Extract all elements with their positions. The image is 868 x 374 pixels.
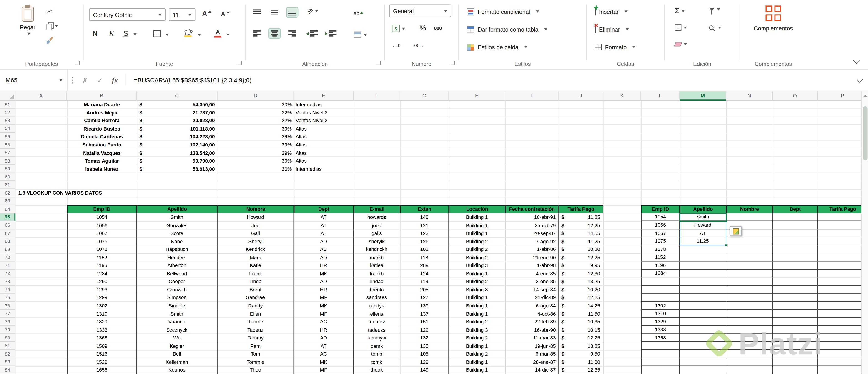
cell-L74[interactable]: [641, 286, 680, 294]
cell-D81[interactable]: Pam: [218, 342, 294, 350]
fill-handle[interactable]: [724, 244, 727, 247]
increase-indent-button[interactable]: [323, 29, 338, 38]
cell-C67[interactable]: Scote: [136, 229, 217, 237]
cell-J84[interactable]: $12,35: [559, 366, 603, 374]
cell-B57[interactable]: Natalia Vazquez: [67, 149, 137, 157]
cell-C53[interactable]: $20.028,00: [136, 117, 217, 125]
cell-D83[interactable]: Tommie: [218, 358, 294, 366]
cell-M77[interactable]: [680, 310, 726, 318]
row-header-71[interactable]: 71: [0, 262, 16, 270]
cell-I68[interactable]: 7-ago-92: [505, 237, 559, 245]
cell-E54[interactable]: Altas: [294, 125, 354, 133]
cell-D76[interactable]: Randy: [218, 302, 294, 310]
cell-G73[interactable]: 113: [400, 278, 449, 286]
row-header-55[interactable]: 55: [0, 133, 16, 141]
cell-I74[interactable]: 14-sep-84: [505, 286, 559, 294]
cell-M75[interactable]: [680, 294, 726, 302]
cell-F69[interactable]: kendrickh: [354, 245, 400, 253]
cell-J76[interactable]: $14,25: [559, 302, 603, 310]
cell-E79[interactable]: HR: [294, 326, 354, 334]
cell-H69[interactable]: Building 2: [449, 245, 505, 253]
cell-J70[interactable]: $12,25: [559, 253, 603, 261]
cell-E75[interactable]: MF: [294, 294, 354, 302]
cell-G68[interactable]: 126: [400, 237, 449, 245]
font-color-button[interactable]: A: [214, 29, 221, 38]
cell-F76[interactable]: randys: [354, 302, 400, 310]
cell-I76[interactable]: 6-ago-84: [505, 302, 559, 310]
cell-G64[interactable]: Exten: [400, 205, 449, 213]
cell-P69[interactable]: [817, 245, 868, 253]
cell-E67[interactable]: AT: [294, 229, 354, 237]
row-header-75[interactable]: 75: [0, 294, 16, 302]
cell-C54[interactable]: $101.118,00: [136, 125, 217, 133]
col-header-L[interactable]: L: [641, 91, 680, 101]
cell-J83[interactable]: $11,30: [559, 358, 603, 366]
cell-O66[interactable]: [773, 222, 817, 229]
cell-L73[interactable]: [641, 278, 680, 286]
cell-E57[interactable]: Altas: [294, 149, 354, 157]
cell-O71[interactable]: [773, 262, 817, 270]
clear-button[interactable]: [675, 42, 687, 46]
number-format-select[interactable]: General: [389, 4, 451, 17]
increase-font-button[interactable]: A: [202, 9, 212, 18]
comma-style-button[interactable]: 000: [432, 24, 443, 33]
cell-P82[interactable]: [817, 350, 868, 358]
row-header-69[interactable]: 69: [0, 245, 16, 253]
cell-I70[interactable]: 21-ene-90: [505, 253, 559, 261]
cell-O77[interactable]: [773, 310, 817, 318]
cell-H64[interactable]: Locación: [449, 205, 505, 213]
cell-O80[interactable]: [773, 334, 817, 342]
font-name-select[interactable]: Century Gothic: [89, 8, 165, 21]
decrease-font-button[interactable]: A: [221, 10, 230, 17]
row-header-52[interactable]: 52: [0, 109, 16, 117]
cell-C83[interactable]: Kellerman: [136, 358, 217, 366]
align-top-button[interactable]: [251, 8, 262, 17]
cell-E82[interactable]: AC: [294, 350, 354, 358]
cell-I69[interactable]: 1-abr-86: [505, 245, 559, 253]
cell-N76[interactable]: [726, 302, 773, 310]
cell-C66[interactable]: Gonzales: [136, 222, 217, 229]
row-header-79[interactable]: 79: [0, 326, 16, 334]
cell-L83[interactable]: [641, 358, 680, 366]
cell-C57[interactable]: $138.542,00: [136, 149, 217, 157]
cell-B82[interactable]: 1516: [67, 350, 137, 358]
fill-button[interactable]: ↓: [675, 24, 687, 31]
cell-P73[interactable]: [817, 278, 868, 286]
cell-O69[interactable]: [773, 245, 817, 253]
scroll-up-arrow-icon[interactable]: [863, 95, 867, 97]
cell-J64[interactable]: Tarifa Pago: [559, 205, 603, 213]
insert-cells-button[interactable]: Insertar: [594, 5, 627, 18]
cell-N81[interactable]: [726, 342, 773, 350]
cell-L66[interactable]: 1056: [641, 222, 680, 229]
cell-O73[interactable]: [773, 278, 817, 286]
cell-M73[interactable]: [680, 278, 726, 286]
cell-B51[interactable]: Mariana Duarte: [67, 101, 137, 108]
cell-M68[interactable]: 11,25: [680, 237, 726, 245]
cell-P75[interactable]: [817, 294, 868, 302]
row-header-73[interactable]: 73: [0, 278, 16, 286]
cell-C75[interactable]: Simpson: [136, 294, 217, 302]
row-header-82[interactable]: 82: [0, 350, 16, 358]
cell-O82[interactable]: [773, 350, 817, 358]
cell-I81[interactable]: 19-jun-85: [505, 342, 559, 350]
cell-P76[interactable]: [817, 302, 868, 310]
col-header-G[interactable]: G: [400, 91, 449, 101]
col-header-A[interactable]: A: [16, 91, 67, 101]
cell-J68[interactable]: $11,25: [559, 237, 603, 245]
row-header-74[interactable]: 74: [0, 286, 16, 294]
cell-L81[interactable]: [641, 342, 680, 350]
cell-B69[interactable]: 1078: [67, 245, 137, 253]
cell-D82[interactable]: Tom: [218, 350, 294, 358]
cell-N83[interactable]: [726, 358, 773, 366]
cell-L64[interactable]: Emp ID: [641, 205, 680, 213]
cell-L69[interactable]: 1078: [641, 245, 680, 253]
row-header-84[interactable]: 84: [0, 366, 16, 374]
cell-E77[interactable]: MF: [294, 310, 354, 318]
cell-F78[interactable]: tuomev: [354, 318, 400, 326]
cell-E81[interactable]: AT: [294, 342, 354, 350]
cell-C80[interactable]: Wu: [136, 334, 217, 342]
cell-C71[interactable]: Atherton: [136, 262, 217, 270]
col-header-I[interactable]: I: [505, 91, 559, 101]
cell-O72[interactable]: [773, 270, 817, 277]
row-header-67[interactable]: 67: [0, 229, 16, 237]
